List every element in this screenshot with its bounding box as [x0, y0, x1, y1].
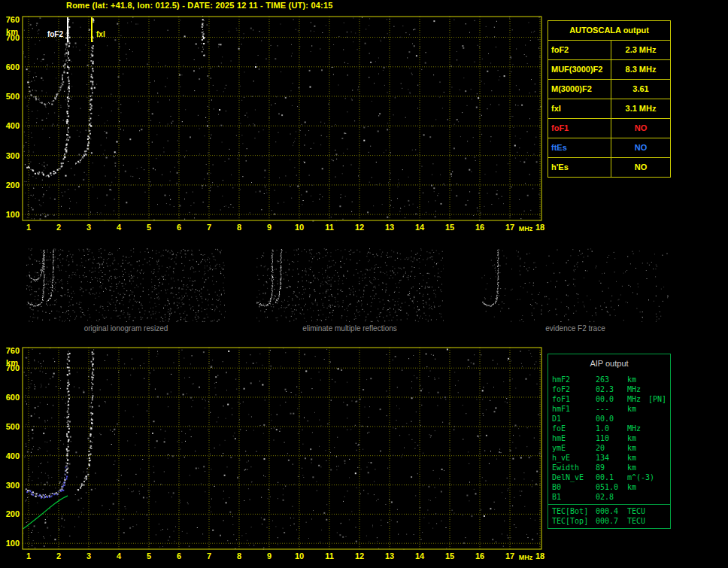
y-tick-label: 400 [6, 451, 20, 460]
thumbnail-content [481, 248, 669, 322]
aip-row: hmF2263km [552, 375, 666, 384]
foF2-marker-label: foF2 [47, 30, 64, 38]
thumbnail-caption-eliminate: eliminate multiple reflections [256, 324, 444, 333]
x-tick-label: 9 [267, 223, 271, 232]
x-tick-label: 2 [56, 223, 61, 232]
param-label: hmF1 [552, 404, 596, 414]
x-axis-unit-label: MHz [519, 225, 533, 232]
x-tick-label: 6 [177, 551, 181, 560]
x-tick-label: 15 [445, 223, 454, 232]
param-value: 8.3 MHz [611, 60, 670, 79]
param-value: 00.1 [596, 472, 624, 482]
aip-output-table: AIP output hmF2263kmfoF202.3MHzfoF100.0M… [548, 354, 671, 529]
x-tick-label: 16 [475, 551, 484, 560]
y-tick-label: 500 [6, 422, 20, 431]
param-value: 110 [596, 433, 624, 443]
param-unit: m^(-3) [627, 472, 654, 482]
scaled-frequency-markers: foF2fxI [47, 17, 105, 42]
param-value: 1.0 [596, 424, 624, 433]
y-tick-label: 300 [6, 151, 20, 160]
aip-row: foF100.0MHz[PN] [552, 394, 666, 404]
x-tick-label: 13 [385, 551, 394, 560]
param-unit: km [627, 463, 636, 472]
param-unit: km [627, 375, 636, 384]
autoscala-table-title: AUTOSCALA output [548, 21, 670, 41]
x-tick-label: 14 [415, 223, 425, 232]
y-tick-label: 200 [6, 181, 20, 190]
table-row-muf3000f2: MUF(3000)F2 8.3 MHz [548, 60, 670, 80]
thumbnail-content [256, 248, 444, 322]
y-tick-label: 400 [6, 121, 20, 130]
aip-row: B0051.0km [552, 482, 666, 492]
param-value: 263 [596, 375, 624, 384]
table-row-fxi: fxI 3.1 MHz [548, 99, 670, 119]
param-label: hmE [552, 433, 596, 443]
fxI-marker-label: fxI [96, 30, 105, 38]
y-tick-label: 300 [6, 481, 20, 490]
aip-tec-section: TEC[Bot]000.4TECUTEC[Top]000.7TECU [548, 504, 670, 528]
param-label: h_vE [552, 453, 596, 463]
thumbnail-evidence-f2-trace [481, 248, 669, 322]
x-tick-label: 15 [445, 551, 454, 560]
param-label: foE [552, 424, 596, 433]
x-tick-label: 18 [535, 223, 544, 232]
aip-table-body: hmF2263kmfoF202.3MHzfoF100.0MHz[PN]hmF1-… [548, 373, 670, 502]
y-axis-unit-label: km [6, 358, 18, 367]
table-row-ftes: ftEs NO [548, 138, 670, 158]
param-value: 000.4 [596, 506, 624, 516]
param-label: foF1 [552, 394, 596, 404]
param-note: [PN] [648, 394, 666, 404]
y-tick-label: 200 [6, 509, 20, 518]
aip-row: hmE110km [552, 433, 666, 443]
noise-speckle [23, 348, 541, 550]
x-tick-label: 11 [325, 551, 334, 560]
param-label: hmF2 [552, 375, 596, 384]
x-tick-label: 17 [505, 551, 514, 560]
param-unit: MHz [627, 424, 641, 433]
param-label: B0 [552, 482, 596, 492]
param-value: 00.0 [596, 414, 624, 424]
table-row-m3000f2: M(3000)F2 3.61 [548, 80, 670, 99]
y-tick-label: 100 [6, 539, 20, 548]
param-label: foF1 [548, 119, 611, 138]
param-label: TEC[Top] [552, 516, 596, 526]
param-value: 000.7 [596, 516, 624, 526]
param-value: 3.61 [611, 80, 670, 99]
table-row-fof2: foF2 2.3 MHz [548, 41, 670, 60]
x-tick-label: 7 [207, 223, 211, 232]
plot-border [23, 17, 541, 220]
x-tick-label: 8 [237, 223, 241, 232]
autoscala-output-table: AUTOSCALA output foF2 2.3 MHz MUF(3000)F… [548, 20, 671, 178]
param-value: NO [611, 138, 670, 157]
aip-tec-row: TEC[Top]000.7TECU [552, 516, 666, 526]
grid [23, 348, 541, 549]
param-label: TEC[Bot] [552, 506, 596, 516]
aip-row: foF202.3MHz [552, 384, 666, 394]
x-tick-label: 4 [117, 551, 122, 560]
param-value: 3.1 MHz [611, 99, 670, 118]
y-tick-label: 100 [6, 210, 20, 219]
page-title: Rome (lat: +41.8, lon: 012.5) - DATE: 20… [66, 1, 333, 10]
ionogram-aip-plot: 123456789101112131415161718MHz1002003004… [0, 337, 549, 568]
param-label: D1 [552, 414, 596, 424]
x-tick-label: 17 [505, 223, 514, 232]
thumbnail-eliminate-reflections [256, 248, 444, 322]
aip-tec-row: TEC[Bot]000.4TECU [552, 506, 666, 516]
param-label: DelN_vE [552, 472, 596, 482]
y-tick-label: 600 [6, 62, 20, 71]
y-tick-label: 500 [6, 92, 20, 101]
x-tick-label: 1 [26, 223, 31, 232]
param-value: 134 [596, 453, 624, 463]
plot-border [23, 348, 541, 549]
param-value: 02.3 [596, 384, 624, 394]
x-tick-label: 11 [325, 223, 334, 232]
param-value: 89 [596, 463, 624, 472]
x-tick-label: 5 [147, 223, 151, 232]
param-value: NO [611, 119, 670, 138]
aip-row: D100.0 [552, 414, 666, 424]
aip-row: ymE20km [552, 443, 666, 453]
param-unit: km [627, 404, 636, 414]
param-value: NO [611, 158, 670, 177]
aip-row: B102.8 [552, 492, 666, 502]
param-label: MUF(3000)F2 [548, 60, 611, 79]
